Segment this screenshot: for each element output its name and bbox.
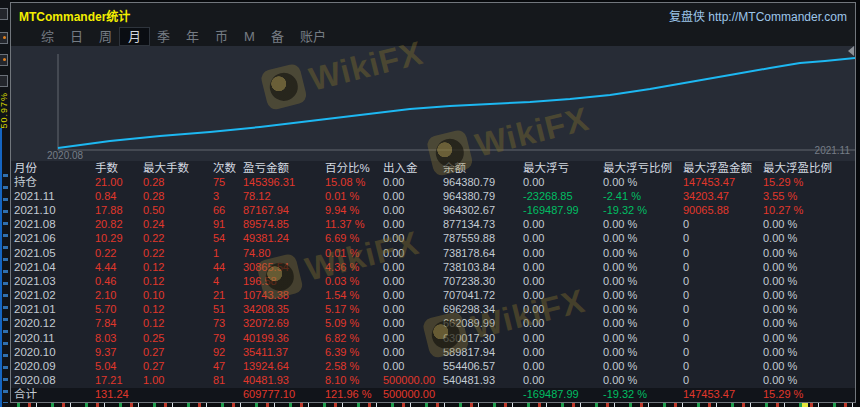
cell-value: 0 bbox=[683, 218, 763, 231]
row-label: 2021.04 bbox=[14, 261, 95, 274]
cell-value: 0.00 bbox=[383, 190, 443, 203]
cell-value: 1.00 bbox=[143, 374, 213, 387]
cell-value: 540481.93 bbox=[443, 374, 523, 387]
cell-value: 0.00 bbox=[383, 303, 443, 316]
cell-value: 0 bbox=[683, 289, 763, 302]
column-header: 最大手数 bbox=[143, 162, 213, 175]
table-row[interactable]: 2021.030.460.124196.580.03 %0.00707238.3… bbox=[11, 274, 855, 288]
cell-value: 0.00 bbox=[523, 289, 603, 302]
cell-value: 0 bbox=[683, 360, 763, 373]
cell-value: 964302.67 bbox=[443, 204, 523, 217]
cell-value: 0 bbox=[683, 346, 763, 359]
menu-item-8[interactable]: 备 bbox=[263, 28, 292, 45]
cell-value: 6.39 % bbox=[325, 346, 383, 359]
cell-value: 0.00 bbox=[523, 247, 603, 260]
background-toolbar-icon bbox=[0, 32, 8, 44]
menu-item-4[interactable]: 季 bbox=[149, 28, 178, 45]
total-row[interactable]: 合计131.24609777.10121.96 %500000.00-16948… bbox=[11, 388, 855, 402]
row-label: 合计 bbox=[14, 388, 95, 401]
menu-item-0[interactable]: 综 bbox=[33, 28, 62, 45]
cell-value: 0.25 bbox=[143, 332, 213, 345]
table-row[interactable]: 2021.110.840.28378.120.01 %0.00964380.79… bbox=[11, 189, 855, 203]
orange-dot-icon bbox=[3, 58, 6, 61]
cell-value: 0.22 bbox=[95, 247, 143, 260]
cell-value: 0.00 % bbox=[603, 275, 683, 288]
cell-value: 0.00 bbox=[523, 275, 603, 288]
cell-value: 964380.79 bbox=[443, 190, 523, 203]
cell-value: 51 bbox=[213, 303, 243, 316]
cell-value: 0.00 % bbox=[763, 247, 855, 260]
table-row[interactable]: 2020.095.040.274713924.642.58 %0.0055440… bbox=[11, 359, 855, 373]
cell-value: 17.88 bbox=[95, 204, 143, 217]
table-row[interactable]: 2021.015.700.125134208.355.17 %0.0069629… bbox=[11, 303, 855, 317]
table-row[interactable]: 2021.022.100.102110743.381.54 %0.0070704… bbox=[11, 289, 855, 303]
cell-value: 44 bbox=[213, 261, 243, 274]
cell-value: 0.00 bbox=[383, 176, 443, 189]
column-header: 最大浮亏 bbox=[523, 162, 603, 175]
cell-value: 4.36 % bbox=[325, 261, 383, 274]
cell-value: 0.24 bbox=[143, 218, 213, 231]
title-bar[interactable]: MTCommander统计 复盘侠 http://MTCommander.com bbox=[11, 3, 855, 27]
table-row[interactable]: 2021.1017.880.506687167.949.94 %0.009643… bbox=[11, 204, 855, 218]
cell-value: 0.12 bbox=[143, 303, 213, 316]
cell-value: -2.41 % bbox=[603, 190, 683, 203]
cell-value: 9.94 % bbox=[325, 204, 383, 217]
cell-value: 0.00 % bbox=[603, 332, 683, 345]
cell-value: 5.09 % bbox=[325, 317, 383, 330]
scroll-left-arrow[interactable] bbox=[848, 46, 854, 56]
menu-item-9[interactable]: 账户 bbox=[292, 28, 334, 45]
column-header: 次数 bbox=[213, 162, 243, 175]
table-row[interactable]: 2021.050.220.22174.800.01 %0.00738178.64… bbox=[11, 246, 855, 260]
column-header: 手数 bbox=[95, 162, 143, 175]
menu-item-2[interactable]: 周 bbox=[91, 28, 120, 45]
table-row[interactable]: 2021.0820.820.249189574.8511.37 %0.00877… bbox=[11, 218, 855, 232]
cell-value: 500000.00 bbox=[383, 388, 443, 401]
cell-value: 15.29 % bbox=[763, 388, 855, 401]
cell-value: 0.00 % bbox=[763, 232, 855, 245]
cell-value: 0.00 % bbox=[763, 289, 855, 302]
cell-value: 0.00 % bbox=[763, 275, 855, 288]
cell-value: 0.00 bbox=[383, 360, 443, 373]
equity-curve-line bbox=[58, 58, 855, 148]
chart-area: 2020.08 2021.11 bbox=[11, 46, 855, 161]
cell-value: 32072.69 bbox=[243, 317, 325, 330]
menu-item-6[interactable]: 币 bbox=[207, 28, 236, 45]
cell-value: 0.12 bbox=[143, 317, 213, 330]
row-label: 2021.08 bbox=[14, 218, 95, 231]
brand-link[interactable]: 复盘侠 http://MTCommander.com bbox=[669, 7, 847, 24]
background-chart-fragment bbox=[0, 128, 2, 407]
cell-value: -169487.99 bbox=[523, 388, 603, 401]
table-row[interactable]: 2020.0817.211.008140481.938.10 %500000.0… bbox=[11, 374, 855, 388]
cell-value: 0.46 bbox=[95, 275, 143, 288]
table-row[interactable]: 2020.109.370.279235411.376.39 %0.0058981… bbox=[11, 345, 855, 359]
cell-value: 147453.47 bbox=[683, 388, 763, 401]
column-header: 出入金 bbox=[383, 162, 443, 175]
cell-value: 0.00 % bbox=[603, 303, 683, 316]
cell-value: 0.00 bbox=[383, 317, 443, 330]
row-label: 2021.03 bbox=[14, 275, 95, 288]
table-row[interactable]: 2020.118.030.257940199.366.82 %0.0063001… bbox=[11, 331, 855, 345]
cell-value: 0.00 bbox=[523, 176, 603, 189]
cell-value: 0 bbox=[683, 317, 763, 330]
menu-item-1[interactable]: 日 bbox=[62, 28, 91, 45]
table-header: 月份手数最大手数次数盈亏金额百分比%出入金余额最大浮亏最大浮亏比例最大浮盈金额最… bbox=[11, 161, 855, 175]
table-row[interactable]: 2021.044.440.124430865.544.36 %0.0073810… bbox=[11, 260, 855, 274]
cell-value: 21.00 bbox=[95, 176, 143, 189]
cell-value: 7.84 bbox=[95, 317, 143, 330]
cell-value: 3.55 % bbox=[763, 190, 855, 203]
cell-value: 15.29 % bbox=[763, 176, 855, 189]
row-label: 2021.02 bbox=[14, 289, 95, 302]
cell-value: 21 bbox=[213, 289, 243, 302]
cell-value: 0.00 bbox=[383, 289, 443, 302]
menu-item-5[interactable]: 年 bbox=[178, 28, 207, 45]
cell-value: 0.01 % bbox=[325, 247, 383, 260]
menu-item-7[interactable]: M bbox=[236, 28, 263, 45]
cell-value: 0.00 bbox=[383, 232, 443, 245]
cell-value: 5.70 bbox=[95, 303, 143, 316]
x-axis-label-start: 2020.08 bbox=[47, 150, 83, 161]
column-header: 最大浮亏比例 bbox=[603, 162, 683, 175]
menu-item-3[interactable]: 月 bbox=[120, 28, 149, 45]
table-row[interactable]: 持仓21.000.2875145396.3115.08 %0.00964380.… bbox=[11, 175, 855, 189]
table-row[interactable]: 2020.127.840.127332072.695.09 %0.0066208… bbox=[11, 317, 855, 331]
table-row[interactable]: 2021.0610.290.225449381.246.69 %0.007875… bbox=[11, 232, 855, 246]
